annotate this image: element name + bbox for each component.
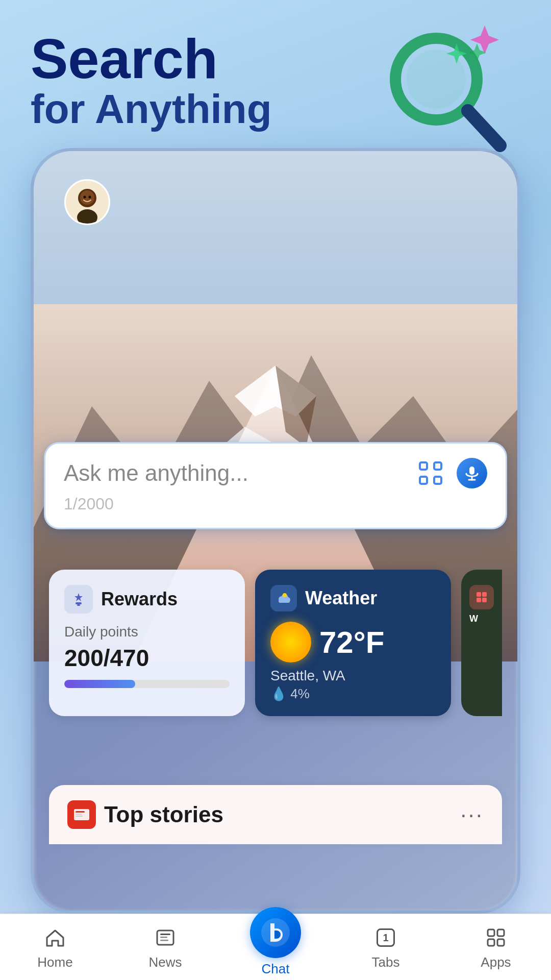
search-placeholder: Ask me anything... [64, 460, 417, 486]
tabs-count: 1 [383, 932, 388, 944]
svg-rect-12 [434, 477, 441, 484]
top-stories-title: Top stories [104, 802, 223, 827]
tabs-icon: 1 [372, 924, 399, 951]
search-counter: 1/2000 [64, 495, 487, 513]
svg-rect-30 [76, 814, 82, 815]
svg-line-2 [468, 111, 500, 145]
top-stories-bar[interactable]: Top stories ··· [49, 785, 502, 844]
news-nav-icon [152, 924, 179, 951]
svg-point-8 [89, 196, 91, 199]
nav-apps[interactable]: Apps [441, 924, 551, 970]
svg-rect-9 [420, 462, 427, 470]
svg-rect-17 [76, 602, 82, 604]
search-icons [417, 458, 487, 488]
nav-tabs-label: Tabs [372, 954, 400, 970]
camera-scan-icon[interactable] [417, 459, 444, 487]
drop-icon: 💧 [270, 686, 287, 701]
partial-widget-icon [469, 585, 494, 609]
nav-news-label: News [148, 954, 182, 970]
rewards-widget[interactable]: Rewards Daily points 200/470 [49, 570, 245, 716]
svg-rect-27 [482, 598, 487, 602]
rewards-progress-bar [64, 680, 230, 688]
partial-widget: W [461, 570, 502, 716]
svg-rect-35 [160, 940, 168, 941]
svg-rect-25 [482, 592, 487, 597]
rewards-header: Rewards [64, 585, 230, 614]
rewards-value: 200/470 [64, 644, 230, 672]
nav-chat[interactable]: Chat [220, 917, 331, 977]
search-bar[interactable]: Ask me anything... [44, 442, 507, 529]
svg-rect-11 [420, 477, 427, 484]
svg-rect-34 [160, 937, 167, 938]
nav-tabs[interactable]: 1 Tabs [331, 924, 441, 970]
svg-rect-13 [469, 467, 474, 475]
svg-rect-24 [477, 592, 481, 597]
bottom-nav: Home News Chat 1 [0, 914, 551, 980]
rewards-icon [64, 585, 93, 614]
weather-temp-row: 72°F [270, 622, 436, 663]
precip-value: 4% [290, 686, 310, 701]
svg-point-7 [84, 196, 86, 199]
weather-temp: 72°F [319, 625, 384, 660]
phone-sky [34, 151, 517, 314]
svg-rect-37 [488, 929, 494, 936]
home-icon [41, 924, 69, 951]
bing-chat-button[interactable] [250, 907, 301, 958]
weather-cloud-icon [270, 585, 297, 611]
svg-rect-18 [77, 604, 80, 606]
sun-icon [270, 622, 311, 663]
svg-rect-31 [76, 816, 83, 817]
svg-point-6 [80, 190, 94, 205]
nav-apps-label: Apps [481, 954, 511, 970]
phone-inner: Ask me anything... [34, 151, 517, 911]
partial-widget-label: W [469, 614, 494, 624]
svg-rect-10 [434, 462, 441, 470]
svg-rect-26 [477, 598, 481, 602]
nav-home[interactable]: Home [0, 924, 110, 970]
apps-icon [482, 924, 510, 951]
svg-rect-29 [76, 811, 85, 813]
top-stories-left: Top stories [67, 800, 223, 829]
phone-frame: Ask me anything... [31, 148, 520, 914]
more-options-button[interactable]: ··· [460, 802, 484, 827]
svg-rect-22 [279, 600, 290, 603]
weather-location: Seattle, WA [270, 668, 436, 684]
tabs-count-badge: 1 [377, 928, 395, 947]
svg-rect-39 [488, 939, 494, 946]
weather-title: Weather [305, 587, 377, 609]
nav-chat-label: Chat [262, 961, 290, 977]
rewards-label: Daily points [64, 624, 230, 640]
nav-home-label: Home [37, 954, 72, 970]
weather-header: Weather [270, 585, 436, 611]
news-icon [67, 800, 96, 829]
svg-point-23 [283, 593, 287, 597]
svg-rect-33 [160, 934, 170, 935]
widgets-row: Rewards Daily points 200/470 [49, 570, 502, 716]
rewards-title: Rewards [101, 589, 178, 610]
rewards-progress-fill [64, 680, 135, 688]
svg-rect-40 [497, 939, 504, 946]
avatar[interactable] [64, 179, 110, 225]
magnify-icon [378, 15, 520, 158]
nav-news[interactable]: News [110, 924, 220, 970]
weather-precipitation: 💧 4% [270, 686, 436, 702]
mic-icon[interactable] [457, 458, 487, 488]
weather-widget[interactable]: Weather 72°F Seattle, WA 💧 4% [255, 570, 451, 716]
svg-rect-38 [497, 929, 504, 936]
